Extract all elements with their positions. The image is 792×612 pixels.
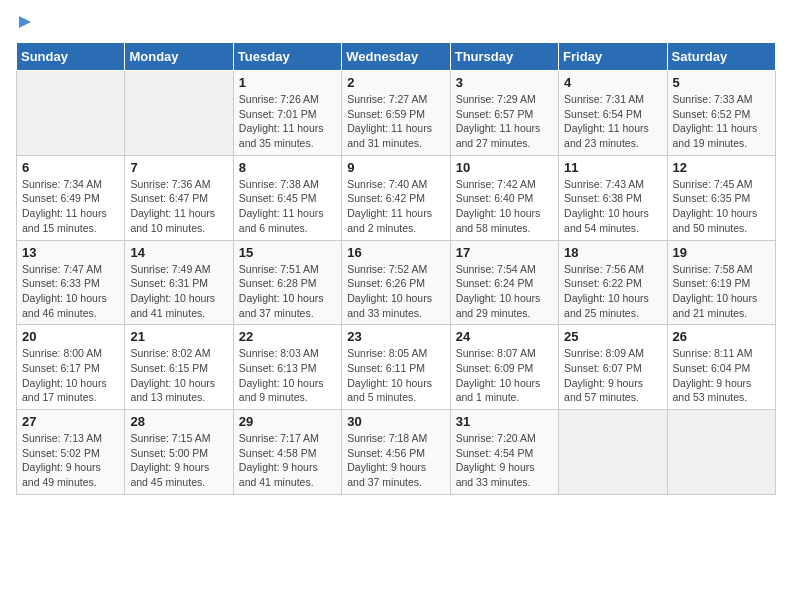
day-number: 24 xyxy=(456,329,553,344)
calendar-week-5: 27Sunrise: 7:13 AM Sunset: 5:02 PM Dayli… xyxy=(17,410,776,495)
day-info: Sunrise: 7:17 AM Sunset: 4:58 PM Dayligh… xyxy=(239,431,336,490)
calendar-cell xyxy=(559,410,667,495)
day-number: 6 xyxy=(22,160,119,175)
calendar-cell: 23Sunrise: 8:05 AM Sunset: 6:11 PM Dayli… xyxy=(342,325,450,410)
calendar-cell: 5Sunrise: 7:33 AM Sunset: 6:52 PM Daylig… xyxy=(667,71,775,156)
logo-icon xyxy=(17,14,33,30)
calendar-cell: 31Sunrise: 7:20 AM Sunset: 4:54 PM Dayli… xyxy=(450,410,558,495)
day-number: 18 xyxy=(564,245,661,260)
calendar-cell: 20Sunrise: 8:00 AM Sunset: 6:17 PM Dayli… xyxy=(17,325,125,410)
day-info: Sunrise: 7:54 AM Sunset: 6:24 PM Dayligh… xyxy=(456,262,553,321)
calendar-week-3: 13Sunrise: 7:47 AM Sunset: 6:33 PM Dayli… xyxy=(17,240,776,325)
calendar-cell: 22Sunrise: 8:03 AM Sunset: 6:13 PM Dayli… xyxy=(233,325,341,410)
calendar-cell: 13Sunrise: 7:47 AM Sunset: 6:33 PM Dayli… xyxy=(17,240,125,325)
calendar-table: SundayMondayTuesdayWednesdayThursdayFrid… xyxy=(16,42,776,495)
day-info: Sunrise: 7:15 AM Sunset: 5:00 PM Dayligh… xyxy=(130,431,227,490)
calendar-week-2: 6Sunrise: 7:34 AM Sunset: 6:49 PM Daylig… xyxy=(17,155,776,240)
logo xyxy=(16,16,33,30)
calendar-cell: 15Sunrise: 7:51 AM Sunset: 6:28 PM Dayli… xyxy=(233,240,341,325)
calendar-cell: 3Sunrise: 7:29 AM Sunset: 6:57 PM Daylig… xyxy=(450,71,558,156)
day-header-wednesday: Wednesday xyxy=(342,43,450,71)
day-info: Sunrise: 8:09 AM Sunset: 6:07 PM Dayligh… xyxy=(564,346,661,405)
days-of-week-row: SundayMondayTuesdayWednesdayThursdayFrid… xyxy=(17,43,776,71)
day-header-tuesday: Tuesday xyxy=(233,43,341,71)
day-number: 16 xyxy=(347,245,444,260)
calendar-cell: 1Sunrise: 7:26 AM Sunset: 7:01 PM Daylig… xyxy=(233,71,341,156)
day-number: 20 xyxy=(22,329,119,344)
day-number: 17 xyxy=(456,245,553,260)
day-number: 19 xyxy=(673,245,770,260)
day-info: Sunrise: 8:07 AM Sunset: 6:09 PM Dayligh… xyxy=(456,346,553,405)
day-info: Sunrise: 7:27 AM Sunset: 6:59 PM Dayligh… xyxy=(347,92,444,151)
day-number: 28 xyxy=(130,414,227,429)
day-number: 31 xyxy=(456,414,553,429)
day-number: 9 xyxy=(347,160,444,175)
calendar-header: SundayMondayTuesdayWednesdayThursdayFrid… xyxy=(17,43,776,71)
calendar-cell: 9Sunrise: 7:40 AM Sunset: 6:42 PM Daylig… xyxy=(342,155,450,240)
day-info: Sunrise: 7:47 AM Sunset: 6:33 PM Dayligh… xyxy=(22,262,119,321)
day-info: Sunrise: 7:36 AM Sunset: 6:47 PM Dayligh… xyxy=(130,177,227,236)
calendar-cell: 29Sunrise: 7:17 AM Sunset: 4:58 PM Dayli… xyxy=(233,410,341,495)
day-info: Sunrise: 7:40 AM Sunset: 6:42 PM Dayligh… xyxy=(347,177,444,236)
day-info: Sunrise: 7:58 AM Sunset: 6:19 PM Dayligh… xyxy=(673,262,770,321)
day-info: Sunrise: 8:11 AM Sunset: 6:04 PM Dayligh… xyxy=(673,346,770,405)
calendar-cell: 18Sunrise: 7:56 AM Sunset: 6:22 PM Dayli… xyxy=(559,240,667,325)
day-number: 26 xyxy=(673,329,770,344)
day-number: 14 xyxy=(130,245,227,260)
calendar-cell: 16Sunrise: 7:52 AM Sunset: 6:26 PM Dayli… xyxy=(342,240,450,325)
day-number: 2 xyxy=(347,75,444,90)
day-number: 23 xyxy=(347,329,444,344)
day-number: 3 xyxy=(456,75,553,90)
day-info: Sunrise: 7:49 AM Sunset: 6:31 PM Dayligh… xyxy=(130,262,227,321)
day-info: Sunrise: 7:29 AM Sunset: 6:57 PM Dayligh… xyxy=(456,92,553,151)
day-number: 29 xyxy=(239,414,336,429)
day-number: 8 xyxy=(239,160,336,175)
day-info: Sunrise: 7:42 AM Sunset: 6:40 PM Dayligh… xyxy=(456,177,553,236)
day-info: Sunrise: 7:26 AM Sunset: 7:01 PM Dayligh… xyxy=(239,92,336,151)
calendar-cell: 2Sunrise: 7:27 AM Sunset: 6:59 PM Daylig… xyxy=(342,71,450,156)
calendar-cell: 27Sunrise: 7:13 AM Sunset: 5:02 PM Dayli… xyxy=(17,410,125,495)
day-header-thursday: Thursday xyxy=(450,43,558,71)
day-info: Sunrise: 7:45 AM Sunset: 6:35 PM Dayligh… xyxy=(673,177,770,236)
calendar-cell: 17Sunrise: 7:54 AM Sunset: 6:24 PM Dayli… xyxy=(450,240,558,325)
day-info: Sunrise: 7:51 AM Sunset: 6:28 PM Dayligh… xyxy=(239,262,336,321)
calendar-cell: 10Sunrise: 7:42 AM Sunset: 6:40 PM Dayli… xyxy=(450,155,558,240)
calendar-body: 1Sunrise: 7:26 AM Sunset: 7:01 PM Daylig… xyxy=(17,71,776,495)
day-info: Sunrise: 7:33 AM Sunset: 6:52 PM Dayligh… xyxy=(673,92,770,151)
day-number: 15 xyxy=(239,245,336,260)
day-info: Sunrise: 7:20 AM Sunset: 4:54 PM Dayligh… xyxy=(456,431,553,490)
day-info: Sunrise: 7:52 AM Sunset: 6:26 PM Dayligh… xyxy=(347,262,444,321)
day-number: 4 xyxy=(564,75,661,90)
calendar-week-1: 1Sunrise: 7:26 AM Sunset: 7:01 PM Daylig… xyxy=(17,71,776,156)
day-info: Sunrise: 8:05 AM Sunset: 6:11 PM Dayligh… xyxy=(347,346,444,405)
calendar-cell: 7Sunrise: 7:36 AM Sunset: 6:47 PM Daylig… xyxy=(125,155,233,240)
calendar-cell: 12Sunrise: 7:45 AM Sunset: 6:35 PM Dayli… xyxy=(667,155,775,240)
day-number: 27 xyxy=(22,414,119,429)
calendar-cell: 25Sunrise: 8:09 AM Sunset: 6:07 PM Dayli… xyxy=(559,325,667,410)
calendar-cell: 14Sunrise: 7:49 AM Sunset: 6:31 PM Dayli… xyxy=(125,240,233,325)
day-number: 7 xyxy=(130,160,227,175)
day-info: Sunrise: 8:03 AM Sunset: 6:13 PM Dayligh… xyxy=(239,346,336,405)
calendar-cell: 8Sunrise: 7:38 AM Sunset: 6:45 PM Daylig… xyxy=(233,155,341,240)
calendar-cell: 4Sunrise: 7:31 AM Sunset: 6:54 PM Daylig… xyxy=(559,71,667,156)
day-info: Sunrise: 8:00 AM Sunset: 6:17 PM Dayligh… xyxy=(22,346,119,405)
day-number: 13 xyxy=(22,245,119,260)
day-header-monday: Monday xyxy=(125,43,233,71)
day-info: Sunrise: 7:56 AM Sunset: 6:22 PM Dayligh… xyxy=(564,262,661,321)
calendar-cell: 11Sunrise: 7:43 AM Sunset: 6:38 PM Dayli… xyxy=(559,155,667,240)
day-number: 12 xyxy=(673,160,770,175)
calendar-cell: 19Sunrise: 7:58 AM Sunset: 6:19 PM Dayli… xyxy=(667,240,775,325)
calendar-cell: 24Sunrise: 8:07 AM Sunset: 6:09 PM Dayli… xyxy=(450,325,558,410)
day-number: 11 xyxy=(564,160,661,175)
day-info: Sunrise: 7:18 AM Sunset: 4:56 PM Dayligh… xyxy=(347,431,444,490)
day-number: 22 xyxy=(239,329,336,344)
calendar-cell: 21Sunrise: 8:02 AM Sunset: 6:15 PM Dayli… xyxy=(125,325,233,410)
calendar-cell: 6Sunrise: 7:34 AM Sunset: 6:49 PM Daylig… xyxy=(17,155,125,240)
day-number: 21 xyxy=(130,329,227,344)
day-number: 30 xyxy=(347,414,444,429)
day-header-friday: Friday xyxy=(559,43,667,71)
day-header-saturday: Saturday xyxy=(667,43,775,71)
day-number: 5 xyxy=(673,75,770,90)
day-info: Sunrise: 7:13 AM Sunset: 5:02 PM Dayligh… xyxy=(22,431,119,490)
day-header-sunday: Sunday xyxy=(17,43,125,71)
